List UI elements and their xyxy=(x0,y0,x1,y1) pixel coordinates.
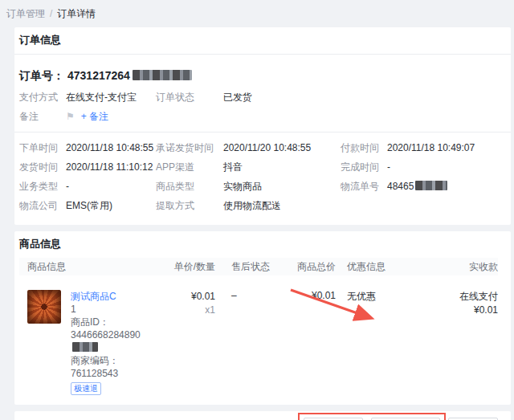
product-row: 测试商品C 1 商品ID：3446668284890 商家编码：76112854… xyxy=(19,275,498,405)
payment-method-value: 在线支付-支付宝 xyxy=(66,91,137,104)
product-info-title: 商品信息 xyxy=(19,231,498,258)
col-received: 实收款 xyxy=(429,260,498,274)
field-label: 付款时间 xyxy=(341,141,379,155)
product-type-field: 商品类型 实物商品 xyxy=(156,180,341,194)
product-name-link[interactable]: 测试商品C xyxy=(71,290,153,303)
add-remark-link[interactable]: + 备注 xyxy=(81,110,108,124)
unit-price: ¥0.01 xyxy=(153,290,215,304)
product-spec: 1 xyxy=(71,303,153,316)
logistics-company-field: 物流公司 EMS(常用) xyxy=(19,199,156,213)
field-label: 完成时间 xyxy=(341,161,379,174)
field-label: 下单时间 xyxy=(19,141,58,155)
field-value: 48465 xyxy=(387,180,447,194)
field-label: 物流公司 xyxy=(19,199,58,213)
merchant-code-value: 761128543 xyxy=(71,368,118,379)
field-label: 承诺发货时间 xyxy=(156,141,215,155)
business-type-field: 业务类型 - xyxy=(19,180,156,194)
product-cell: 测试商品C 1 商品ID：3446668284890 商家编码：76112854… xyxy=(19,290,153,395)
order-status-badge: 已发货 xyxy=(223,91,252,104)
order-number-value: 4731217264 xyxy=(67,69,130,82)
delivery-info-card: 收货信息 查看新地址 查看下单地址 联系买家 收货人 *** 联系方式 *** xyxy=(14,411,511,420)
col-product-info: 商品信息 xyxy=(19,260,153,274)
field-label: 发货时间 xyxy=(19,161,58,174)
fast-refund-tag: 极速退 xyxy=(71,382,101,395)
product-id-label: 商品ID： xyxy=(71,316,109,328)
tracking-number-field: 物流单号 48465 xyxy=(341,180,498,194)
pay-time-field: 付款时间 2020/11/18 10:49:07 xyxy=(341,141,498,155)
aftersale-cell: – xyxy=(215,290,292,395)
remark-field: 备注 ⚑ + 备注 xyxy=(19,110,156,124)
quantity: x1 xyxy=(153,304,215,317)
field-value: EMS(常用) xyxy=(66,199,112,213)
payment-status-row: 支付方式 在线支付-支付宝 订单状态 已发货 xyxy=(19,91,498,104)
col-aftersale-status: 售后状态 xyxy=(215,260,292,274)
pickup-method-field: 提取方式 使用物流配送 xyxy=(156,199,341,213)
product-image[interactable] xyxy=(27,290,61,324)
field-value: - xyxy=(387,161,390,174)
order-detail-page: 订单管理/订单详情 订单信息 订单号：4731217264 支付方式 在线支付-… xyxy=(0,0,514,420)
field-value: - xyxy=(66,180,69,194)
ship-time-field: 发货时间 2020/11/18 11:10:12 xyxy=(19,161,156,174)
field-label: 提取方式 xyxy=(156,199,215,213)
breadcrumb-separator: / xyxy=(50,8,52,19)
field-label: 业务类型 xyxy=(19,180,58,194)
promise-ship-time-field: 承诺发货时间 2020/11/20 10:48:55 xyxy=(156,141,341,155)
discount-cell: 无优惠 xyxy=(336,290,429,395)
pay-type: 在线支付 xyxy=(429,290,498,304)
divider xyxy=(14,54,511,55)
merchant-code-line: 商家编码：761128543 xyxy=(71,354,153,380)
field-value: 2020/11/20 10:48:55 xyxy=(223,141,311,155)
finish-time-field: 完成时间 - xyxy=(341,161,498,174)
field-label: 物流单号 xyxy=(341,180,379,194)
order-number-label: 订单号： xyxy=(19,69,64,82)
flag-icon[interactable]: ⚑ xyxy=(66,110,75,124)
product-id-line: 商品ID：3446668284890 xyxy=(71,316,153,354)
product-meta: 测试商品C 1 商品ID：3446668284890 商家编码：76112854… xyxy=(71,290,153,395)
breadcrumb-order-management[interactable]: 订单管理 xyxy=(6,8,45,19)
field-value: 抖音 xyxy=(223,161,243,174)
breadcrumb: 订单管理/订单详情 xyxy=(0,0,514,27)
payment-method-label: 支付方式 xyxy=(19,91,58,104)
col-discount-info: 优惠信息 xyxy=(336,260,429,274)
product-id-value: 3446668284890 xyxy=(71,329,141,340)
remark-row: 备注 ⚑ + 备注 xyxy=(19,110,498,124)
order-number-redacted xyxy=(133,70,192,80)
merchant-code-label: 商家编码： xyxy=(71,355,119,366)
col-price-qty: 单价/数量 xyxy=(153,260,215,274)
delivery-info-header: 收货信息 查看新地址 查看下单地址 联系买家 xyxy=(19,411,498,420)
product-table-header: 商品信息 单价/数量 售后状态 商品总价 优惠信息 实收款 xyxy=(19,258,498,275)
payment-method-field: 支付方式 在线支付-支付宝 xyxy=(19,91,156,104)
remark-label: 备注 xyxy=(19,110,58,124)
tracking-number-redacted xyxy=(415,181,447,190)
order-status-label: 订单状态 xyxy=(156,91,215,104)
field-value: 2020/11/18 10:49:07 xyxy=(387,141,475,155)
field-value: 实物商品 xyxy=(223,180,262,194)
product-id-redacted xyxy=(72,342,98,352)
field-label: 商品类型 xyxy=(156,180,215,194)
col-total-price: 商品总价 xyxy=(292,260,336,274)
breadcrumb-order-detail: 订单详情 xyxy=(57,8,96,19)
app-channel-field: APP渠道 抖音 xyxy=(156,161,341,174)
order-info-title: 订单信息 xyxy=(19,27,498,54)
order-status-field: 订单状态 已发货 xyxy=(156,91,498,104)
order-time-field: 下单时间 2020/11/18 10:48:55 xyxy=(19,141,156,155)
total-price-cell: ¥0.01 xyxy=(292,290,336,395)
field-value: 2020/11/18 11:10:12 xyxy=(66,161,153,174)
order-detail-grid: 下单时间 2020/11/18 10:48:55 承诺发货时间 2020/11/… xyxy=(19,133,498,225)
field-label: APP渠道 xyxy=(156,161,215,174)
field-value: 2020/11/18 10:48:55 xyxy=(66,141,153,155)
order-number: 订单号：4731217264 xyxy=(19,68,498,83)
received-cell: 在线支付 ¥0.01 xyxy=(429,290,498,395)
field-value: 使用物流配送 xyxy=(223,199,281,213)
product-info-card: 商品信息 商品信息 单价/数量 售后状态 商品总价 优惠信息 实收款 测试商品C… xyxy=(14,231,511,405)
order-info-card: 订单信息 订单号：4731217264 支付方式 在线支付-支付宝 订单状态 已… xyxy=(14,27,511,225)
received-amount: ¥0.01 xyxy=(429,304,498,317)
price-qty-cell: ¥0.01 x1 xyxy=(153,290,215,395)
